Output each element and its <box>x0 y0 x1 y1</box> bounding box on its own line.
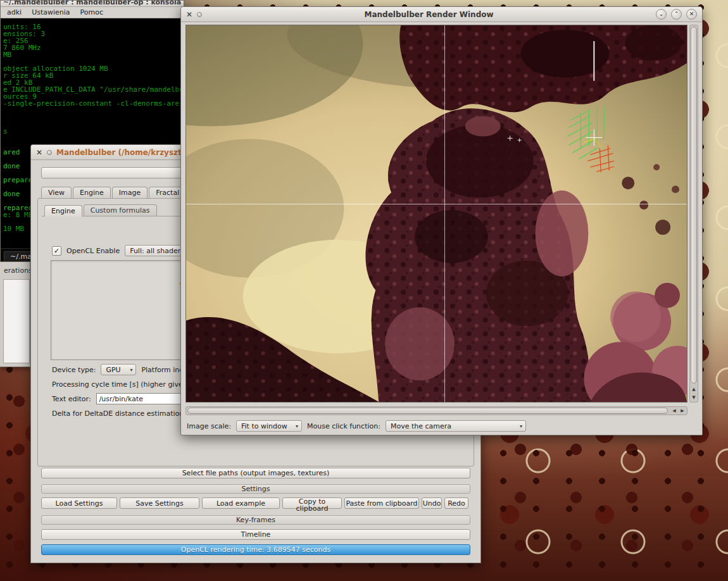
chevron-down-icon: ▾ <box>520 423 522 429</box>
menu-item-pomoc[interactable]: Pomoc <box>80 8 103 16</box>
save-settings-button[interactable]: Save Settings <box>120 497 199 509</box>
render-window-title: Mandelbulber Render Window <box>206 10 651 19</box>
close-icon[interactable]: ✕ <box>186 11 192 18</box>
tab-engine[interactable]: Engine <box>73 187 111 198</box>
chevron-down-icon: ▾ <box>296 423 298 429</box>
progress-text: OpenCL rendering time: 3.689547 seconds <box>181 546 330 554</box>
app-icon <box>197 12 202 17</box>
mouse-click-function-label: Mouse click function: <box>307 422 380 430</box>
image-scale-label: Image scale: <box>187 422 231 430</box>
image-scale-value: Fit to window <box>241 422 287 430</box>
scroll-up-icon[interactable]: ▲ <box>690 385 698 393</box>
undo-button[interactable]: Undo <box>422 497 442 509</box>
shade-up-button[interactable]: ⌃ <box>671 9 682 20</box>
text-editor-row: Text editor: /usr/bin/kate <box>52 393 184 404</box>
terminal-line: MB <box>3 51 184 58</box>
vertical-scrollbar-thumb[interactable] <box>691 27 697 384</box>
horizontal-scrollbar-thumb[interactable] <box>187 408 668 414</box>
settings-section-header: Settings <box>41 484 470 494</box>
render-viewport[interactable] <box>185 25 687 403</box>
fractal-render-image <box>186 25 687 402</box>
chevron-down-icon: ▾ <box>130 367 132 373</box>
terminal-titlebar[interactable]: ~/.mandelbulber : mandelbulber-op : kons… <box>1 1 184 7</box>
terminal-line <box>3 135 184 142</box>
opencl-enable-label: OpenCL Enable <box>66 247 120 255</box>
mouse-click-function-select[interactable]: Move the camera ▾ <box>386 420 526 432</box>
delta-label: Delta for DeltaDE distance estimation: <box>52 409 186 418</box>
shade-down-button[interactable]: ⌄ <box>656 9 667 20</box>
render-vertical-scrollbar[interactable]: ▲ ▼ <box>689 25 698 403</box>
opencl-mode-value: Full: all shaders <box>130 247 184 255</box>
subtab-engine[interactable]: Engine <box>44 205 82 216</box>
scroll-left-icon[interactable]: ◀ <box>670 407 678 415</box>
terminal-line <box>3 107 184 114</box>
menu-item-zakladki[interactable]: adki <box>7 8 22 16</box>
settings-button-row: Load Settings Save Settings Load example… <box>41 497 470 509</box>
tab-view[interactable]: View <box>41 187 72 198</box>
terminal-line: s <box>3 128 184 135</box>
crosshair-vertical <box>444 25 445 402</box>
close-button[interactable]: ✕ <box>686 9 697 20</box>
scroll-right-icon[interactable]: ▶ <box>679 407 686 415</box>
select-file-paths-button[interactable]: Select file paths (output images, textur… <box>41 468 470 478</box>
render-horizontal-scrollbar[interactable]: ◀ ▶ <box>185 406 687 415</box>
scroll-down-icon[interactable]: ▼ <box>690 394 698 401</box>
render-titlebar[interactable]: ✕ Mandelbulber Render Window ⌄ ⌃ ✕ <box>181 7 702 22</box>
image-scale-select[interactable]: Fit to window ▾ <box>236 420 302 432</box>
terminal-line: ensions: 3 <box>3 30 184 37</box>
render-controls-bar: Image scale: Fit to window ▾ Mouse click… <box>187 420 696 432</box>
background-window-fragment: erations <box>0 262 30 367</box>
text-editor-label: Text editor: <box>52 395 91 403</box>
tab-image[interactable]: Image <box>112 187 147 198</box>
paste-from-clipboard-button[interactable]: Paste from clipboard <box>344 497 419 509</box>
close-icon[interactable]: ✕ <box>36 149 42 156</box>
mouse-click-function-value: Move the camera <box>391 422 451 430</box>
terminal-line <box>3 121 184 128</box>
device-type-label: Device type: <box>52 366 96 374</box>
subtab-custom-formulas[interactable]: Custom formulas <box>84 204 157 216</box>
timeline-button[interactable]: Timeline <box>41 529 470 540</box>
opencl-enable-checkbox[interactable]: ✓ <box>52 246 61 256</box>
menu-item-ustawienia[interactable]: Ustawienia <box>32 8 70 16</box>
fragment-label: erations <box>0 262 30 275</box>
crosshair-horizontal <box>186 204 687 204</box>
terminal-line <box>3 114 184 121</box>
redo-button[interactable]: Redo <box>444 497 468 509</box>
load-settings-button[interactable]: Load Settings <box>41 497 117 509</box>
terminal-line: -single-precision-constant -cl-denorms-a… <box>3 100 184 107</box>
terminal-line: 7 860 MHz <box>3 44 184 51</box>
keyframes-section-header: Key-frames <box>41 515 470 525</box>
terminal-title: ~/.mandelbulber : mandelbulber-op : kons… <box>1 1 184 6</box>
render-window: ✕ Mandelbulber Render Window ⌄ ⌃ ✕ <box>180 6 703 435</box>
load-example-button[interactable]: Load example <box>202 497 280 509</box>
copy-to-clipboard-button[interactable]: Copy to clipboard <box>282 497 342 509</box>
device-type-row: Device type: GPU ▾ Platform index <box>52 364 192 375</box>
app-icon <box>47 150 52 155</box>
text-editor-input[interactable]: /usr/bin/kate <box>96 393 184 404</box>
device-type-value: GPU <box>106 366 120 374</box>
terminal-menubar: adki Ustawienia Pomoc <box>1 7 184 18</box>
desktop: ~/.mandelbulber : mandelbulber-op : kons… <box>0 0 728 581</box>
opencl-progress-bar: OpenCL rendering time: 3.689547 seconds <box>41 544 470 555</box>
check-icon: ✓ <box>54 247 60 254</box>
device-type-select[interactable]: GPU ▾ <box>101 364 136 375</box>
fragment-panel[interactable] <box>3 279 30 363</box>
